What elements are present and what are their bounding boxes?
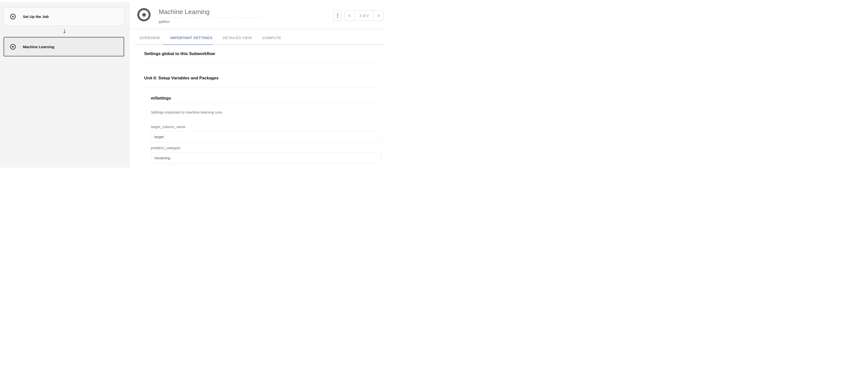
next-node-button[interactable] [374,10,383,21]
tab-important-settings[interactable]: IMPORTANT SETTINGS [170,36,212,40]
unit-title: Unit 0: Setup Variables and Packages [144,76,386,80]
header-text: Machine Learning python [159,8,262,24]
page-subtitle: python [159,20,262,24]
active-tab-ink-bar [163,44,213,45]
tab-detailed-view[interactable]: DETAILED VIEW [223,36,252,40]
target-radio-icon-dot [12,46,14,48]
settings-group-name: mlSettings [151,96,386,101]
node-label: Set Up the Job [23,14,49,19]
target-radio-icon [10,14,16,20]
target-radio-icon-dot [12,16,14,18]
unit-content: mlSettings Settings important to machine… [151,96,386,164]
more-options-button[interactable] [333,10,342,21]
tab-bar: OVERVIEW IMPORTANT SETTINGS DETAILED VIE… [140,36,386,40]
field-label-problem-category: problem_category [151,146,386,150]
target-radio-icon [137,8,151,22]
settings-content: Settings global to this Subworkflow Unit… [129,52,386,164]
tab-overview[interactable]: OVERVIEW [140,36,160,40]
node-label: Machine Learning [23,45,54,49]
problem-category-input[interactable] [151,152,381,164]
kebab-vertical-icon [337,13,338,18]
node-detail-panel: Machine Learning python 2 of 2 [129,2,386,168]
chevron-left-icon [348,14,351,18]
chevron-right-icon [377,14,380,18]
pagination-label: 2 of 2 [354,10,374,21]
header-actions: 2 of 2 [333,10,383,21]
tab-compute[interactable]: COMPUTE [262,36,281,40]
field-label-target-column-name: target_column_name [151,125,386,129]
header-divider [129,29,386,29]
page-title: Machine Learning [159,8,262,18]
top-band [0,0,386,2]
sidebar-item-machine-learning[interactable]: Machine Learning [3,37,124,57]
sidebar-item-set-up-the-job[interactable]: Set Up the Job [3,7,124,26]
tab-divider [134,44,386,45]
app-window: Set Up the Job ↓ Machine Learning Machin… [0,2,386,168]
settings-group-description: Settings important to machine learning r… [151,110,386,114]
target-column-name-input[interactable] [151,131,381,142]
node-header: Machine Learning python 2 of 2 [129,2,386,24]
group-divider [151,104,382,104]
target-radio-icon-dot [142,13,146,17]
node-pagination: 2 of 2 [344,10,383,21]
unit-divider [144,87,375,87]
workflow-sidebar: Set Up the Job ↓ Machine Learning [0,2,129,168]
previous-node-button[interactable] [345,10,354,21]
section-title: Settings global to this Subworkflow [144,52,386,56]
arrow-down-icon: ↓ [0,26,129,37]
target-radio-icon [10,44,16,49]
